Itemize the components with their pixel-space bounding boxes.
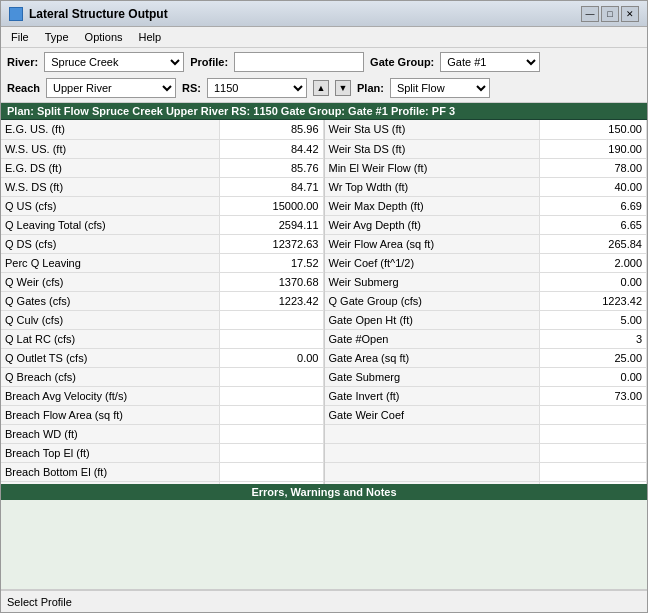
right-row-value-12: 25.00: [539, 348, 646, 367]
right-row-value-2: 78.00: [539, 158, 646, 177]
right-row-value-11: 3: [539, 329, 646, 348]
table-row: Q Gate Group (cfs) 1223.42: [325, 291, 647, 310]
table-row: Q DS (cfs) 12372.63: [1, 234, 323, 253]
rs-select[interactable]: 1150: [207, 78, 307, 98]
right-row-label-8: Weir Submerg: [325, 272, 540, 291]
table-row: Gate Invert (ft) 73.00: [325, 386, 647, 405]
menu-help[interactable]: Help: [133, 29, 168, 45]
left-row-label-10: Q Culv (cfs): [1, 310, 220, 329]
left-row-label-18: Breach Bottom El (ft): [1, 462, 220, 481]
right-row-label-3: Wr Top Wdth (ft): [325, 177, 540, 196]
right-row-value-1: 190.00: [539, 139, 646, 158]
table-row: Perc Q Leaving 17.52: [1, 253, 323, 272]
table-row: Weir Submerg 0.00: [325, 272, 647, 291]
left-row-value-4: 15000.00: [220, 196, 323, 215]
status-bar: Select Profile: [1, 590, 647, 612]
right-row-label-9: Q Gate Group (cfs): [325, 291, 540, 310]
menu-bar: File Type Options Help: [1, 27, 647, 48]
left-row-value-9: 1223.42: [220, 291, 323, 310]
window-title: Lateral Structure Output: [29, 7, 168, 21]
menu-type[interactable]: Type: [39, 29, 75, 45]
table-row: Weir Avg Depth (ft) 6.65: [325, 215, 647, 234]
table-row: Weir Sta DS (ft) 190.00: [325, 139, 647, 158]
left-row-label-7: Perc Q Leaving: [1, 253, 220, 272]
errors-bar: Errors, Warnings and Notes: [1, 484, 647, 500]
left-row-value-2: 85.76: [220, 158, 323, 177]
left-row-value-5: 2594.11: [220, 215, 323, 234]
right-row-label-14: Gate Invert (ft): [325, 386, 540, 405]
left-row-value-8: 1370.68: [220, 272, 323, 291]
errors-content: [1, 500, 647, 590]
left-row-label-13: Q Breach (cfs): [1, 367, 220, 386]
table-row: [325, 462, 647, 481]
table-row: Breach Avg Velocity (ft/s): [1, 386, 323, 405]
toolbar: River: Spruce Creek Profile: PF 3 Gate G…: [1, 48, 647, 103]
table-row: Gate #Open 3: [325, 329, 647, 348]
right-row-label-7: Weir Coef (ft^1/2): [325, 253, 540, 272]
minimize-button[interactable]: —: [581, 6, 599, 22]
right-row-value-17: [539, 443, 646, 462]
left-row-value-12: 0.00: [220, 348, 323, 367]
table-row: E.G. US. (ft) 85.96: [1, 120, 323, 139]
right-row-value-5: 6.65: [539, 215, 646, 234]
left-row-label-12: Q Outlet TS (cfs): [1, 348, 220, 367]
table-row: Breach Top El (ft): [1, 443, 323, 462]
plan-select[interactable]: Split Flow: [390, 78, 490, 98]
table-row: Q Weir (cfs) 1370.68: [1, 272, 323, 291]
right-row-value-16: [539, 424, 646, 443]
right-row-label-1: Weir Sta DS (ft): [325, 139, 540, 158]
right-row-value-3: 40.00: [539, 177, 646, 196]
right-row-value-4: 6.69: [539, 196, 646, 215]
left-row-label-1: W.S. US. (ft): [1, 139, 220, 158]
reach-select[interactable]: Upper River: [46, 78, 176, 98]
right-row-label-17: [325, 443, 540, 462]
profile-select[interactable]: PF 3: [234, 52, 364, 72]
table-row: Breach Bottom El (ft): [1, 462, 323, 481]
main-window: Lateral Structure Output — □ ✕ File Type…: [0, 0, 648, 613]
left-row-label-14: Breach Avg Velocity (ft/s): [1, 386, 220, 405]
table-row: Q Breach (cfs): [1, 367, 323, 386]
right-row-label-2: Min El Weir Flow (ft): [325, 158, 540, 177]
table-row: Breach Flow Area (sq ft): [1, 405, 323, 424]
arrow-down-button[interactable]: ▼: [335, 80, 351, 96]
left-row-value-10: [220, 310, 323, 329]
right-row-value-6: 265.84: [539, 234, 646, 253]
right-row-label-15: Gate Weir Coef: [325, 405, 540, 424]
table-row: Min El Weir Flow (ft) 78.00: [325, 158, 647, 177]
left-row-label-9: Q Gates (cfs): [1, 291, 220, 310]
title-bar: Lateral Structure Output — □ ✕: [1, 1, 647, 27]
close-button[interactable]: ✕: [621, 6, 639, 22]
left-row-value-7: 17.52: [220, 253, 323, 272]
table-row: Gate Submerg 0.00: [325, 367, 647, 386]
left-row-label-0: E.G. US. (ft): [1, 120, 220, 139]
table-row: Q Outlet TS (cfs) 0.00: [1, 348, 323, 367]
river-select[interactable]: Spruce Creek: [44, 52, 184, 72]
right-row-value-10: 5.00: [539, 310, 646, 329]
right-row-label-6: Weir Flow Area (sq ft): [325, 234, 540, 253]
table-row: W.S. DS (ft) 84.71: [1, 177, 323, 196]
table-row: Gate Area (sq ft) 25.00: [325, 348, 647, 367]
gategroup-select[interactable]: Gate #1: [440, 52, 540, 72]
arrow-up-button[interactable]: ▲: [313, 80, 329, 96]
left-row-value-14: [220, 386, 323, 405]
right-row-value-13: 0.00: [539, 367, 646, 386]
table-row: Wr Top Wdth (ft) 40.00: [325, 177, 647, 196]
menu-file[interactable]: File: [5, 29, 35, 45]
maximize-button[interactable]: □: [601, 6, 619, 22]
table-row: Gate Weir Coef: [325, 405, 647, 424]
left-row-value-1: 84.42: [220, 139, 323, 158]
left-row-label-11: Q Lat RC (cfs): [1, 329, 220, 348]
right-row-value-9: 1223.42: [539, 291, 646, 310]
left-row-value-0: 85.96: [220, 120, 323, 139]
table-row: Q Leaving Total (cfs) 2594.11: [1, 215, 323, 234]
toolbar-row-2: Reach Upper River RS: 1150 ▲ ▼ Plan: Spl…: [7, 78, 641, 98]
profile-label: Profile:: [190, 56, 228, 68]
left-row-label-17: Breach Top El (ft): [1, 443, 220, 462]
table-row: Q Lat RC (cfs): [1, 329, 323, 348]
right-row-label-4: Weir Max Depth (ft): [325, 196, 540, 215]
right-row-value-14: 73.00: [539, 386, 646, 405]
left-data-table: E.G. US. (ft) 85.96 W.S. US. (ft) 84.42 …: [1, 120, 324, 484]
window-controls[interactable]: — □ ✕: [581, 6, 639, 22]
left-row-value-17: [220, 443, 323, 462]
menu-options[interactable]: Options: [79, 29, 129, 45]
